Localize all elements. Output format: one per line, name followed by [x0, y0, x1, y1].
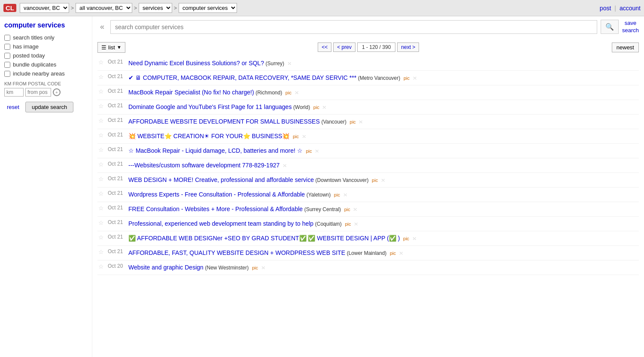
km-input[interactable]: [4, 88, 24, 97]
next-button[interactable]: next >: [397, 42, 419, 52]
prev-button[interactable]: < prev: [333, 42, 355, 52]
listing-title-link[interactable]: MacBook Repair Specialist (No fix! No ch…: [128, 89, 254, 96]
listing-title-link[interactable]: Website and graphic Design: [128, 264, 204, 271]
star-icon[interactable]: ☆: [98, 190, 105, 197]
post-link[interactable]: post: [600, 5, 611, 12]
listing-title-link[interactable]: Professional, experienced web developmen…: [128, 220, 313, 227]
search-button[interactable]: 🔍: [601, 20, 619, 34]
location2-select[interactable]: all vancouver, BC: [76, 3, 132, 13]
update-search-button[interactable]: update search: [25, 102, 73, 112]
listing-title-link[interactable]: ☆ MacBook Repair - Liquid damage, LCD, b…: [128, 147, 303, 154]
save-search-button[interactable]: save search: [622, 20, 639, 34]
listing-title-link[interactable]: 💥 WEBSITE⭐ CREATION☀ FOR YOUR⭐ BUSINESS💥: [128, 133, 289, 139]
listing-close-icon[interactable]: ⛌: [353, 207, 358, 212]
listing-close-icon[interactable]: ⛌: [343, 192, 348, 197]
listing-title-wrap: Need Dynamic Excel Business Solutions? o…: [128, 59, 638, 68]
sidebar-title: computer services: [4, 21, 88, 29]
listing-pic[interactable]: pic: [344, 207, 350, 212]
star-icon[interactable]: ☆: [98, 103, 105, 109]
listing-title-link[interactable]: FREE Consultation - Websites + More - Pr…: [128, 206, 303, 212]
reset-button[interactable]: reset: [4, 102, 22, 112]
listing-close-icon[interactable]: ⛌: [302, 134, 307, 139]
listing-date: Oct 21: [108, 234, 126, 240]
postal-input[interactable]: [25, 88, 51, 97]
star-icon[interactable]: ☆: [98, 59, 105, 66]
listing-title-wrap: ---Websites/custom software development …: [128, 161, 638, 170]
listing-date: Oct 21: [108, 88, 126, 94]
checkbox-has-image[interactable]: [4, 44, 10, 50]
star-icon[interactable]: ☆: [98, 161, 105, 168]
star-icon[interactable]: ☆: [98, 219, 105, 226]
location1-select[interactable]: vancouver, BC: [20, 3, 69, 13]
listing-close-icon[interactable]: ⛌: [413, 76, 418, 81]
listing-pic[interactable]: pic: [334, 192, 340, 197]
listing-close-icon[interactable]: ⛌: [381, 178, 386, 183]
arrow1: >: [71, 5, 74, 11]
star-icon[interactable]: ☆: [98, 117, 105, 124]
prev-prev-button[interactable]: <<: [318, 42, 331, 52]
listing-pic[interactable]: pic: [403, 236, 409, 241]
listing-pic[interactable]: pic: [350, 119, 356, 124]
page-info: 1 - 120 / 390: [357, 42, 395, 52]
target-icon[interactable]: [53, 88, 61, 96]
category1-select[interactable]: services: [139, 3, 172, 13]
checkbox-bundle-dupes[interactable]: [4, 62, 10, 68]
checkbox-nearby[interactable]: [4, 71, 10, 77]
topbar-divider: |: [614, 5, 616, 12]
listing-title-link[interactable]: ✅ AFFORDABLE WEB DESIGNer +SEO BY GRAD S…: [128, 235, 400, 242]
listing-title-link[interactable]: Wordpress Experts - Free Consultation - …: [128, 191, 305, 198]
listing-title-link[interactable]: Need Dynamic Excel Business Solutions? o…: [128, 60, 264, 67]
listing-location: (Metro Vancouver): [358, 75, 400, 81]
listing-pic[interactable]: pic: [390, 251, 396, 256]
listing-close-icon[interactable]: ⛌: [315, 148, 320, 154]
checkbox-titles-only[interactable]: [4, 35, 10, 41]
star-icon[interactable]: ☆: [98, 146, 105, 153]
chevron-down-icon: ▼: [117, 45, 122, 50]
star-icon[interactable]: ☆: [98, 88, 105, 95]
checkbox-posted-today[interactable]: [4, 53, 10, 59]
listing-title-link[interactable]: WEB DESIGN + MORE! Creative, professiona…: [128, 176, 314, 183]
star-icon[interactable]: ☆: [98, 234, 105, 241]
star-icon[interactable]: ☆: [98, 263, 105, 270]
listing-close-icon[interactable]: ⛌: [283, 163, 288, 168]
star-icon[interactable]: ☆: [98, 248, 105, 255]
listing-close-icon[interactable]: ⛌: [295, 90, 300, 95]
listing-title-link[interactable]: AFFORDABLE, FAST, QUALITY WEBSITE DESIGN…: [128, 249, 345, 256]
listing-title-link[interactable]: ---Websites/custom software development …: [128, 162, 279, 169]
star-icon[interactable]: ☆: [98, 175, 105, 182]
listing-title-link[interactable]: AFFORDABLE WEBSITE DEVELOPMENT FOR SMALL…: [128, 118, 320, 125]
star-icon[interactable]: ☆: [98, 205, 105, 212]
listing-pic[interactable]: pic: [286, 90, 292, 95]
star-icon[interactable]: ☆: [98, 73, 105, 80]
listing-close-icon[interactable]: ⛌: [288, 61, 292, 66]
category2-select[interactable]: computer services: [179, 3, 237, 13]
listing-pic[interactable]: pic: [293, 134, 299, 139]
search-input[interactable]: [110, 20, 597, 34]
listing-close-icon[interactable]: ⛌: [359, 119, 364, 124]
listing-pic[interactable]: pic: [313, 105, 319, 110]
listing-location: (Yaletown): [307, 192, 331, 198]
list-item: ☆ Oct 21 ✅ AFFORDABLE WEB DESIGNer +SEO …: [97, 231, 639, 246]
listing-close-icon[interactable]: ⛌: [261, 265, 266, 270]
listing-close-icon[interactable]: ⛌: [354, 221, 359, 227]
listing-pic[interactable]: pic: [372, 178, 378, 183]
listing-title-link[interactable]: Dominate Google and YouTube's First Page…: [128, 103, 292, 110]
listing-pic[interactable]: pic: [404, 76, 410, 81]
listing-date: Oct 21: [108, 190, 126, 196]
listing-pic[interactable]: pic: [252, 265, 258, 270]
listing-pic[interactable]: pic: [345, 221, 351, 227]
collapse-button[interactable]: «: [97, 22, 107, 31]
view-button[interactable]: ☰ list ▼: [97, 42, 125, 53]
listing-close-icon[interactable]: ⛌: [399, 251, 404, 256]
star-icon[interactable]: ☆: [98, 132, 105, 139]
list-item: ☆ Oct 21 WEB DESIGN + MORE! Creative, pr…: [97, 173, 639, 188]
listing-close-icon[interactable]: ⛌: [322, 105, 327, 110]
listing-pic[interactable]: pic: [306, 148, 312, 154]
newest-button[interactable]: newest: [612, 42, 639, 52]
listing-date: Oct 21: [108, 146, 126, 152]
listing-title-link[interactable]: ✔ 🖥 COMPUTER, MACBOOK REPAIR, DATA RECOV…: [128, 74, 356, 81]
label-bundle-dupes: bundle duplicates: [13, 61, 56, 68]
account-link[interactable]: account: [620, 5, 641, 12]
listings: ☆ Oct 21 Need Dynamic Excel Business Sol…: [97, 56, 639, 275]
listing-close-icon[interactable]: ⛌: [413, 236, 417, 241]
